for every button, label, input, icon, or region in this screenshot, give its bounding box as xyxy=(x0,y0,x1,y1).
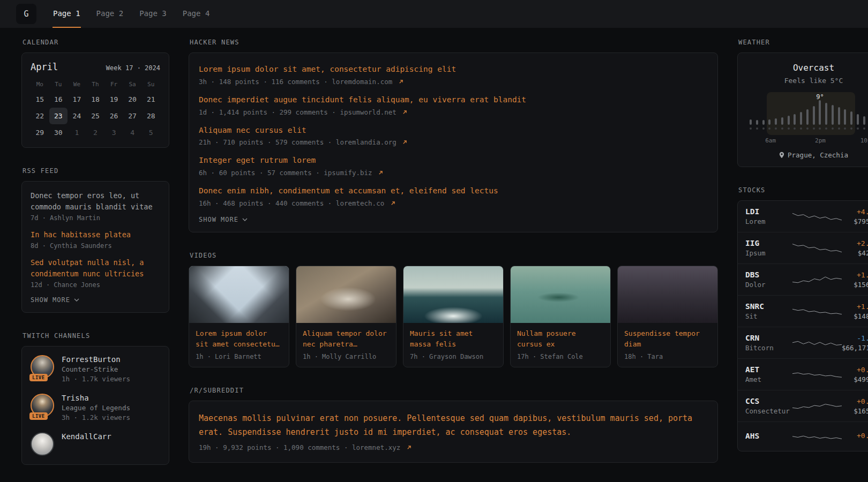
weather-bar-dot xyxy=(825,127,827,130)
hackernews-item-title[interactable]: Donec imperdiet augue tincidunt felis al… xyxy=(199,94,708,106)
channel-meta: 1h · 1.7k viewers xyxy=(62,375,130,383)
stock-price: $499.72 xyxy=(854,375,868,383)
page-tab[interactable]: Page 3 xyxy=(139,0,167,28)
stock-price: $148.64 xyxy=(854,312,868,320)
video-thumbnail xyxy=(189,266,289,323)
channel-info: Trisha League of Legends 3h · 1.2k viewe… xyxy=(62,394,130,421)
hackernews-item: Lorem ipsum dolor sit amet, consectetur … xyxy=(199,64,708,86)
weather-bar xyxy=(832,105,834,125)
hackernews-item-title[interactable]: Integer eget rutrum lorem xyxy=(199,155,708,167)
stock-change: +0.92% xyxy=(854,366,868,374)
video-card[interactable]: Nullam posuere cursus ex 17h · Stefan Co… xyxy=(510,266,611,367)
rss-items: Donec tempor eros leo, ut commodo mauris… xyxy=(31,190,160,289)
channel-game: Counter-Strike xyxy=(62,365,130,373)
sparkline-path xyxy=(792,309,842,314)
hackernews-items: Lorem ipsum dolor sit amet, consectetur … xyxy=(199,64,708,207)
video-info: Suspendisse tempor diam 18h · Tara xyxy=(618,323,717,367)
page-tab-label: Page 3 xyxy=(139,9,167,18)
hackernews-item-meta-text: 16h · 468 points · 440 comments · loremt… xyxy=(199,199,384,207)
twitch-channel[interactable]: LIVE Trisha League of Legends 3h · 1.2k … xyxy=(31,394,160,421)
video-meta: 17h · Stefan Cole xyxy=(517,353,604,360)
live-badge: LIVE xyxy=(29,412,48,420)
weather-bar-slot xyxy=(775,118,777,130)
sparkline-path xyxy=(792,404,842,409)
stock-values: +2.84% $42.04 xyxy=(857,239,868,257)
stock-price: $795.18 xyxy=(854,217,868,225)
page-tab[interactable]: Page 1 xyxy=(53,0,81,28)
twitch-channel[interactable]: LIVE ForrestBurton Counter-Strike 1h · 1… xyxy=(31,355,160,383)
video-card[interactable]: Lorem ipsum dolor sit amet consectetu… 1… xyxy=(189,266,289,367)
video-row: Lorem ipsum dolor sit amet consectetu… 1… xyxy=(189,266,718,367)
stock-values: +0.51% $165.84 xyxy=(854,397,868,415)
page-tab[interactable]: Page 2 xyxy=(96,0,124,28)
page-tab[interactable]: Page 4 xyxy=(182,0,211,28)
stock-change: +0.46% xyxy=(857,432,868,440)
stock-row[interactable]: IIG Ipsum +2.84% $42.04 xyxy=(738,232,868,263)
channel-name: Trisha xyxy=(62,394,130,402)
weather-bar xyxy=(863,116,865,125)
stock-change: +0.51% xyxy=(854,397,868,405)
stock-symbol: CCS xyxy=(745,397,792,405)
stock-row[interactable]: DBS Dolor +1.42% $156.28 xyxy=(738,263,868,295)
stock-price: $165.84 xyxy=(854,407,868,415)
weather-widget: WEATHER Overcast Feels like 5°C 9° 6am 2… xyxy=(737,39,868,167)
external-link-icon xyxy=(399,78,403,86)
subreddit-section-title: /R/SUBREDDIT xyxy=(190,387,718,394)
subreddit-card: Maecenas mollis pulvinar erat non posuer… xyxy=(189,401,718,463)
rss-item-title[interactable]: Sed volutpat nulla nisl, a condimentum n… xyxy=(31,257,160,280)
twitch-channel[interactable]: KendallCarr xyxy=(31,432,160,456)
stock-change: +2.84% xyxy=(857,239,868,247)
hackernews-widget: HACKER NEWS Lorem ipsum dolor sit amet, … xyxy=(189,39,718,232)
stock-name: Lorem xyxy=(745,217,792,225)
stock-row[interactable]: LDI Lorem +4.35% $795.18 xyxy=(738,201,868,232)
calendar-day: 19 xyxy=(104,91,123,108)
video-card[interactable]: Suspendisse tempor diam 18h · Tara xyxy=(617,266,718,367)
stock-row[interactable]: CRN Bitcorn -1.00% $66,171.48 xyxy=(738,327,868,358)
video-card[interactable]: Mauris sit amet massa felis 7h · Grayson… xyxy=(403,266,504,367)
subreddit-post-title[interactable]: Maecenas mollis pulvinar erat non posuer… xyxy=(199,412,708,439)
rss-show-more-button[interactable]: SHOW MORE xyxy=(31,296,160,304)
weather-location-text: Prague, Czechia xyxy=(788,151,848,159)
hackernews-item-title[interactable]: Donec enim nibh, condimentum et accumsan… xyxy=(199,185,708,197)
stock-change: +1.36% xyxy=(854,303,868,311)
weather-bar-slot xyxy=(756,120,758,130)
hackernews-item-meta: 21h · 710 points · 579 comments · loreml… xyxy=(199,138,708,146)
rss-item: Donec tempor eros leo, ut commodo mauris… xyxy=(31,190,160,222)
stock-row[interactable]: AET Amet +0.92% $499.72 xyxy=(738,358,868,390)
weather-bar-slot xyxy=(825,103,827,130)
calendar-day: 25 xyxy=(86,108,105,124)
hackernews-show-more-button[interactable]: SHOW MORE xyxy=(199,216,708,223)
video-title: Aliquam tempor dolor nec pharetra… xyxy=(303,328,390,350)
calendar-day: 5 xyxy=(141,124,160,141)
video-title: Nullam posuere cursus ex xyxy=(517,328,604,350)
weather-bar-slot xyxy=(844,109,846,130)
stock-row[interactable]: AHS +0.46% xyxy=(738,421,868,451)
stock-row[interactable]: CCS Consectetur +0.51% $165.84 xyxy=(738,390,868,421)
calendar-day-headers: MoTuWeThFrSaSu xyxy=(31,81,160,91)
stock-row[interactable]: SNRC Sit +1.36% $148.64 xyxy=(738,295,868,327)
sparkline-path xyxy=(792,244,842,252)
rss-item-title[interactable]: In hac habitasse platea xyxy=(31,229,160,240)
subreddit-post: Maecenas mollis pulvinar erat non posuer… xyxy=(199,412,708,451)
stock-symbol: CRN xyxy=(745,334,792,342)
video-info: Mauris sit amet massa felis 7h · Grayson… xyxy=(403,323,503,367)
avatar-wrap: LIVE xyxy=(31,355,54,379)
calendar-widget: CALENDAR April Week 17 · 2024 MoTuWeThFr… xyxy=(21,39,169,148)
rss-item-title[interactable]: Donec tempor eros leo, ut commodo mauris… xyxy=(31,190,160,213)
video-meta: 1h · Lori Barnett xyxy=(196,353,282,360)
stock-change: +4.35% xyxy=(854,208,868,216)
weather-bar-slot xyxy=(832,105,834,130)
hackernews-item: Donec enim nibh, condimentum et accumsan… xyxy=(199,185,708,207)
weather-bar xyxy=(838,107,840,125)
stock-price: $66,171.48 xyxy=(842,344,868,352)
channel-game: League of Legends xyxy=(62,404,130,412)
stock-change: -1.00% xyxy=(842,334,868,342)
video-card[interactable]: Aliquam tempor dolor nec pharetra… 1h · … xyxy=(296,266,396,367)
video-info: Lorem ipsum dolor sit amet consectetu… 1… xyxy=(189,323,289,367)
hackernews-item-meta-text: 3h · 148 points · 116 comments · loremdo… xyxy=(199,78,392,86)
hackernews-item-title[interactable]: Lorem ipsum dolor sit amet, consectetur … xyxy=(199,64,708,76)
stock-sparkline xyxy=(792,398,842,414)
hackernews-item-title[interactable]: Aliquam nec cursus elit xyxy=(199,125,708,137)
calendar-day: 1 xyxy=(68,124,86,141)
weather-bar xyxy=(788,116,790,125)
